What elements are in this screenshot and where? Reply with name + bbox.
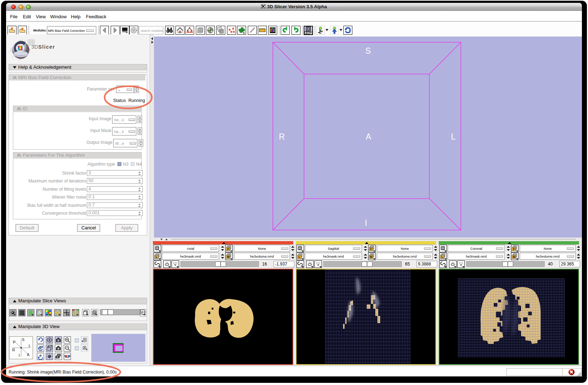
svg-text:I: I [365, 218, 367, 228]
svg-text:I: I [19, 353, 20, 357]
svg-text:A: A [27, 352, 30, 357]
svg-text:F: F [370, 247, 372, 251]
svg-text:F: F [141, 311, 144, 314]
svg-text:P: P [13, 340, 15, 344]
svg-text:L: L [451, 132, 456, 141]
svg-text:R: R [12, 348, 15, 352]
svg-text:L: L [299, 255, 301, 259]
svg-text:L: L [442, 255, 444, 259]
svg-text:R: R [279, 132, 285, 141]
svg-text:A: A [366, 132, 371, 141]
svg-text:L: L [156, 255, 158, 259]
svg-text:L: L [29, 343, 31, 348]
svg-text:B: B [227, 255, 230, 259]
svg-text:S: S [22, 337, 24, 342]
svg-text:B: B [93, 312, 95, 315]
svg-text:S: S [365, 46, 371, 55]
svg-text:B: B [513, 255, 515, 259]
svg-text:B: B [370, 255, 372, 259]
svg-text:F: F [227, 247, 230, 251]
svg-text:F: F [513, 247, 515, 251]
